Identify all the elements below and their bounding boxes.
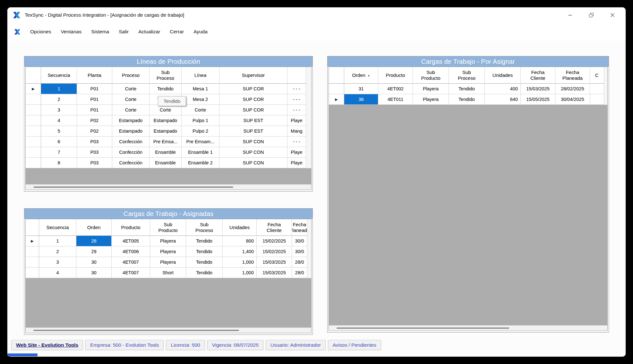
cell[interactable]: 4ET005	[112, 236, 150, 246]
cell[interactable]: 4	[39, 268, 76, 278]
cell[interactable]: 28/0	[292, 268, 307, 278]
cell[interactable]: 2	[39, 246, 76, 257]
menu-salir[interactable]: Salir	[114, 26, 133, 37]
horizontal-scrollbar[interactable]	[26, 184, 311, 190]
cell[interactable]: 31	[344, 84, 378, 94]
cell[interactable]: Tendido	[449, 84, 485, 94]
row-selector[interactable]	[26, 136, 41, 147]
cell[interactable]: SUP COR	[219, 84, 287, 94]
cell[interactable]: 4ET002	[378, 84, 413, 94]
cell[interactable]: 15/03/2025	[257, 257, 292, 268]
cell[interactable]: Corte	[112, 84, 150, 94]
column-header[interactable]: Producto	[112, 219, 150, 236]
menu-sistema[interactable]: Sistema	[86, 26, 114, 37]
cell[interactable]: Estampado	[112, 126, 150, 136]
cell[interactable]: Pulpo 2	[182, 126, 219, 136]
cell[interactable]: Tendido	[449, 94, 485, 105]
cell[interactable]: Playera	[150, 236, 186, 246]
column-header[interactable]: Fecha Cliente	[257, 219, 292, 236]
cell[interactable]: 7	[41, 147, 77, 158]
cell[interactable]: Ensamble 1	[182, 147, 219, 158]
cell[interactable]: 4ET007	[112, 268, 150, 278]
column-header[interactable]: Supervisor	[219, 67, 287, 84]
row-selector[interactable]	[26, 257, 39, 268]
scrollbar-thumb[interactable]	[33, 186, 233, 188]
cell[interactable]: Confección	[112, 147, 150, 158]
column-header[interactable]: Fecha Planeada	[292, 219, 307, 236]
cell[interactable]: 8	[41, 158, 77, 168]
scrollbar-thumb[interactable]	[33, 330, 239, 331]
status-website-link[interactable]: Web Site - Evolution Tools	[11, 340, 83, 350]
cell[interactable]: 15/03/2025	[257, 268, 292, 278]
column-header[interactable]: Unidades	[223, 219, 257, 236]
cell[interactable]: 15/03/2025	[521, 84, 555, 94]
cell[interactable]: Tendido	[186, 257, 223, 268]
cell[interactable]: 5	[41, 126, 77, 136]
restore-icon[interactable]	[581, 7, 602, 23]
menu-ventanas[interactable]: Ventanas	[56, 26, 86, 37]
cell[interactable]: 4	[41, 115, 77, 126]
cell[interactable]: Corte	[182, 105, 219, 115]
cell[interactable]: Playera	[413, 84, 449, 94]
cell[interactable]: 30	[76, 268, 112, 278]
cell[interactable]: 1,000	[223, 257, 257, 268]
column-header[interactable]: C	[590, 67, 604, 84]
cell[interactable]: 28	[76, 236, 112, 246]
cell[interactable]: Tendido	[150, 84, 182, 94]
cell[interactable]: 4ET011	[378, 94, 413, 105]
column-header[interactable]	[287, 67, 306, 84]
menu-ayuda[interactable]: Ayuda	[189, 26, 212, 37]
cell[interactable]: Pre Emsa...	[150, 136, 182, 147]
row-selector[interactable]	[26, 94, 41, 105]
cell[interactable]: SUP CON	[219, 158, 287, 168]
cell[interactable]: 29	[76, 246, 112, 257]
cell[interactable]: SUP COR	[219, 105, 287, 115]
cell[interactable]: - - -	[287, 136, 306, 147]
cell[interactable]: 15/02/2025	[257, 236, 292, 246]
menu-opciones[interactable]: Opciones	[25, 26, 56, 37]
cell[interactable]	[590, 84, 604, 94]
cell[interactable]: 1	[39, 236, 76, 246]
row-selector[interactable]	[26, 268, 39, 278]
cell[interactable]: Ensamble	[150, 147, 182, 158]
cell[interactable]: 640	[485, 94, 521, 105]
row-selector[interactable]	[26, 158, 41, 168]
cell[interactable]: SUP CON	[219, 147, 287, 158]
cell[interactable]: 1,400	[223, 246, 257, 257]
column-header[interactable]: Sub Proceso	[150, 67, 182, 84]
column-header[interactable]: Orden▲	[344, 67, 378, 84]
horizontal-scrollbar[interactable]	[329, 325, 607, 331]
cell[interactable]: Ensamble 2	[182, 158, 219, 168]
row-selector[interactable]: ▶	[329, 94, 344, 105]
cell[interactable]: 36	[344, 94, 378, 105]
cell[interactable]: Mang	[287, 126, 306, 136]
menu-actualizar[interactable]: Actualizar	[133, 26, 165, 37]
cell[interactable]: Playera	[150, 246, 186, 257]
cell[interactable]: - - -	[287, 94, 306, 105]
cell[interactable]: Pulpo 1	[182, 115, 219, 126]
cell[interactable]: 15/05/2025	[521, 94, 555, 105]
column-header[interactable]: Secuencia	[41, 67, 77, 84]
horizontal-scrollbar[interactable]	[26, 327, 311, 333]
row-selector[interactable]	[26, 147, 41, 158]
cell[interactable]: SUP CON	[219, 136, 287, 147]
cell[interactable]: 2	[41, 94, 77, 105]
column-header[interactable]: Proceso	[112, 67, 150, 84]
cell[interactable]: 28/02/2025	[555, 84, 590, 94]
scrollbar-thumb[interactable]	[337, 327, 509, 329]
cell[interactable]: P03	[77, 158, 112, 168]
cell[interactable]: 28/0	[292, 257, 307, 268]
cell[interactable]: 1	[41, 84, 77, 94]
cell[interactable]: Corte	[112, 105, 150, 115]
cell[interactable]: 4ET006	[112, 246, 150, 257]
cell[interactable]: Estampado	[150, 126, 182, 136]
cell[interactable]: Playera	[413, 94, 449, 105]
column-header[interactable]: Orden	[76, 219, 112, 236]
cell[interactable]: Short	[150, 268, 186, 278]
cell[interactable]: Ensamble	[150, 158, 182, 168]
minimize-icon[interactable]	[560, 7, 581, 23]
cell[interactable]: 4ET007	[112, 257, 150, 268]
cell[interactable]: Mesa 2	[182, 94, 219, 105]
cell[interactable]: Tendido	[186, 246, 223, 257]
column-header[interactable]: Línea	[182, 67, 219, 84]
